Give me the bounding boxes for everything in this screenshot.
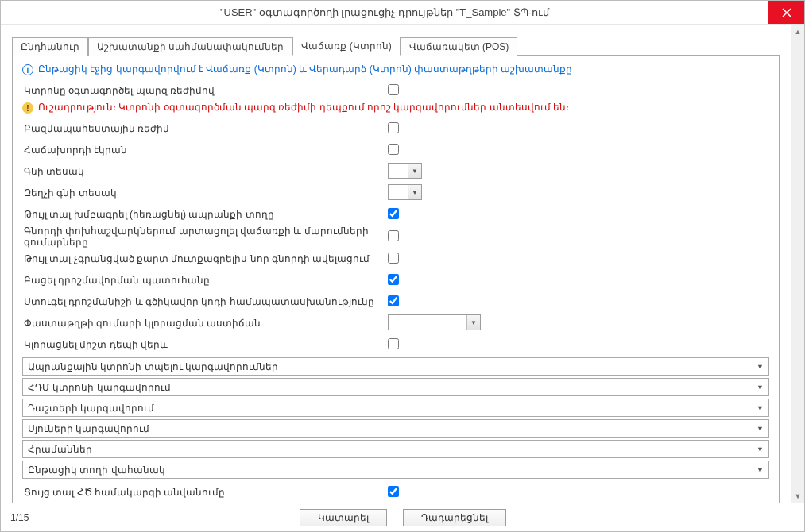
row-show-system-name: Ցույց տալ ՀԾ համակարգի անվանումը <box>22 482 769 503</box>
group-fields-settings[interactable]: Դաշտերի կարգավորում ▼ <box>22 399 769 417</box>
label: Թույլ տալ խմբագրել (հեռացնել) ապրանքի տո… <box>22 209 388 220</box>
chevron-down-icon: ▼ <box>757 384 764 391</box>
checkbox-multi-store[interactable] <box>388 122 399 133</box>
checkbox-allow-unreg-card[interactable] <box>388 253 399 264</box>
row-customer-screen: Հաճախորդի էկրան <box>22 140 769 160</box>
cancel-button[interactable]: Դադարեցնել <box>403 509 506 526</box>
tab-label: Վաճառակետ (POS) <box>409 41 509 52</box>
tab-label: Ընդհանուր <box>21 41 79 52</box>
label: Գնի տեսակ <box>22 166 388 177</box>
group-label: ՀԴՄ կտրոնի կարգավորում <box>28 382 757 393</box>
button-row: Կատարել Դադարեցնել <box>1 509 804 526</box>
vertical-scrollbar[interactable]: ▲ ▼ <box>791 25 804 503</box>
label: Բացել դրոշմավորման պատուհանը <box>22 275 388 286</box>
checkbox-reflect-amounts[interactable] <box>388 230 399 241</box>
info-text: Ընթացիկ էջից կարգավորվում է Վաճառք (Կտրո… <box>38 64 572 75</box>
row-check-stamp-code: Ստուգել դրոշմանիշի և գծիկավոր կոդի համապ… <box>22 291 769 312</box>
chevron-down-icon: ▼ <box>757 445 764 453</box>
scroll-up-icon[interactable]: ▲ <box>791 25 804 38</box>
row-open-stamp-window: Բացել դրոշմավորման պատուհանը <box>22 270 769 291</box>
checkbox-open-stamp-window[interactable] <box>388 274 399 285</box>
label: Փաստաթղթի գումարի կլորացման աստիճան <box>22 318 388 329</box>
row-doc-round-star: Փաստաթղթի գումարի կլորացման աստիճան ▼ <box>22 313 769 333</box>
ok-label: Կատարել <box>318 512 369 523</box>
select-doc-round-star[interactable]: ▼ <box>388 314 481 330</box>
row-price-type: Գնի տեսակ ▼ <box>22 161 769 182</box>
checkbox-round-always-up[interactable] <box>388 338 399 349</box>
select-value <box>389 164 408 178</box>
label-simple-mode: Կտրոնը օգտագործել պարզ ռեժիմով <box>22 85 388 96</box>
chevron-down-icon: ▼ <box>757 466 764 474</box>
tab-sale-ticket[interactable]: Վաճառք (Կտրոն) <box>292 37 400 56</box>
checkbox-allow-group-del[interactable] <box>388 208 399 219</box>
row-round-always-up: Կլորացնել միշտ դեպի վերև <box>22 334 769 355</box>
tab-pos[interactable]: Վաճառակետ (POS) <box>401 37 518 56</box>
chevron-down-icon: ▼ <box>408 185 421 199</box>
group-label: Սյուների կարգավորում <box>28 423 757 434</box>
window: "USER" օգտագործողի լրացուցիչ դրույթներ "… <box>0 0 805 532</box>
tab-label: Վաճառք (Կտրոն) <box>301 40 391 52</box>
tabstrip: Ընդհանուր Աշխատանքի սահմանափակումներ Վաճ… <box>12 34 780 55</box>
select-value <box>389 315 466 330</box>
group-label: Ընթացիկ տողի վահանակ <box>28 465 757 476</box>
checkbox-show-system-name[interactable] <box>388 486 399 497</box>
label: Ցույց տալ ՀԾ համակարգի անվանումը <box>22 487 388 498</box>
select-discount-price-type[interactable]: ▼ <box>388 184 422 200</box>
scroll-track[interactable] <box>791 38 804 489</box>
warn-row: ! Ուշադրություն։ Կտրոնի օգտագործման պարզ… <box>22 102 769 114</box>
scroll-down-icon[interactable]: ▼ <box>791 489 804 503</box>
form-grid: Բազմապահեստային ռեժիմ Հաճախորդի էկրան Գն… <box>22 118 769 355</box>
row-allow-group-del: Թույլ տալ խմբագրել (հեռացնել) ապրանքի տո… <box>22 204 769 225</box>
label: Զեղչի գնի տեսակ <box>22 187 388 199</box>
footer: 1/15 Կատարել Դադարեցնել <box>1 503 804 531</box>
warn-text: Ուշադրություն։ Կտրոնի օգտագործման պարզ ռ… <box>38 102 569 113</box>
group-label: Ապրանքային կտրոնի տպելու կարգավորումներ <box>28 361 757 372</box>
scroll-area: Ընդհանուր Աշխատանքի սահմանափակումներ Վաճ… <box>1 25 791 503</box>
chevron-down-icon: ▼ <box>408 164 421 178</box>
label: Կլորացնել միշտ դեպի վերև <box>22 339 388 350</box>
close-button[interactable] <box>768 1 804 24</box>
cancel-label: Դադարեցնել <box>421 512 488 523</box>
ok-button[interactable]: Կատարել <box>300 509 387 526</box>
group-label: Հրամաններ <box>28 444 757 455</box>
label: Ստուգել դրոշմանիշի և գծիկավոր կոդի համապ… <box>22 296 388 307</box>
checkbox-check-stamp-code[interactable] <box>388 295 399 306</box>
pager: 1/15 <box>10 512 29 523</box>
group-label: Դաշտերի կարգավորում <box>28 403 757 414</box>
row-multi-store: Բազմապահեստային ռեժիմ <box>22 118 769 139</box>
tab-general[interactable]: Ընդհանուր <box>12 37 88 56</box>
group-print-settings[interactable]: Ապրանքային կտրոնի տպելու կարգավորումներ … <box>22 357 769 376</box>
label: Բազմապահեստային ռեժիմ <box>22 123 388 134</box>
group-commands[interactable]: Հրամաններ ▼ <box>22 440 769 458</box>
chevron-down-icon: ▼ <box>757 425 764 433</box>
select-value <box>389 185 408 199</box>
group-current-row-panel[interactable]: Ընթացիկ տողի վահանակ ▼ <box>22 461 769 479</box>
checkbox-simple-mode[interactable] <box>388 84 399 95</box>
chevron-down-icon: ▼ <box>466 315 480 330</box>
group-columns-settings[interactable]: Սյուների կարգավորում ▼ <box>22 419 769 438</box>
tab-restrictions[interactable]: Աշխատանքի սահմանափակումներ <box>88 37 292 56</box>
tab-label: Աշխատանքի սահմանափակումներ <box>97 41 284 52</box>
label: Հաճախորդի էկրան <box>22 145 388 156</box>
row-discount-price-type: Զեղչի գնի տեսակ ▼ <box>22 183 769 203</box>
info-row: i Ընթացիկ էջից կարգավորվում է Վաճառք (Կտ… <box>22 64 769 75</box>
row-allow-unreg-card: Թույլ տալ չգրանցված քարտ մուտքագրելիս նո… <box>22 249 769 269</box>
titlebar: "USER" օգտագործողի լրացուցիչ դրույթներ "… <box>1 1 804 25</box>
group-hdm-settings[interactable]: ՀԴՄ կտրոնի կարգավորում ▼ <box>22 378 769 396</box>
select-price-type[interactable]: ▼ <box>388 163 422 179</box>
row-simple-mode: Կտրոնը օգտագործել պարզ ռեժիմով <box>22 80 769 101</box>
row-reflect-amounts: Գնորդի փոխհաշվարկներում արտացոլել վաճառք… <box>22 226 769 248</box>
chevron-down-icon: ▼ <box>757 404 764 412</box>
label: Գնորդի փոխհաշվարկներում արտացոլել վաճառք… <box>22 226 388 248</box>
client-area: Ընդհանուր Աշխատանքի սահմանափակումներ Վաճ… <box>1 25 804 503</box>
window-title: "USER" օգտագործողի լրացուցիչ դրույթներ "… <box>1 6 768 18</box>
info-icon: i <box>22 64 33 75</box>
label: Թույլ տալ չգրանցված քարտ մուտքագրելիս նո… <box>22 253 388 264</box>
checkbox-customer-screen[interactable] <box>388 144 399 155</box>
tab-panel: i Ընթացիկ էջից կարգավորվում է Վաճառք (Կտ… <box>12 55 780 503</box>
warning-icon: ! <box>22 102 33 114</box>
close-icon <box>782 8 791 17</box>
chevron-down-icon: ▼ <box>757 363 764 371</box>
